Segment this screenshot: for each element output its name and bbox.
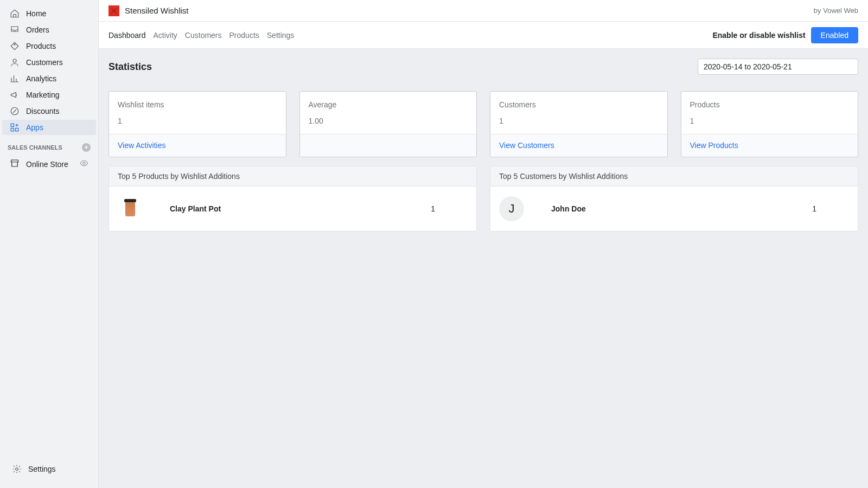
sidebar-item-home[interactable]: Home — [2, 6, 96, 21]
panel-header: Top 5 Customers by Wishlist Additions — [490, 166, 858, 187]
enabled-button[interactable]: Enabled — [811, 27, 858, 43]
sidebar-item-customers[interactable]: Customers — [2, 55, 96, 70]
home-icon — [10, 9, 20, 18]
svg-rect-5 — [11, 129, 14, 131]
sales-channels-label: SALES CHANNELS — [8, 144, 62, 151]
sidebar-item-label: Marketing — [26, 91, 59, 99]
avatar: J — [499, 196, 524, 221]
discount-icon — [10, 106, 20, 116]
app-header: Stensiled Wishlist by Vowel Web — [99, 0, 868, 22]
view-customers-link[interactable]: View Customers — [499, 141, 554, 150]
customer-name: John Doe — [551, 204, 812, 213]
card-label: Average — [309, 100, 468, 109]
sales-channels-header: SALES CHANNELS + — [0, 136, 98, 155]
product-count: 1 — [431, 204, 468, 213]
card-value: 1.00 — [309, 117, 468, 125]
customer-count: 1 — [812, 204, 849, 213]
apps-icon — [10, 123, 20, 132]
channel-label: Online Store — [26, 160, 68, 169]
table-row[interactable]: J John Doe 1 — [490, 187, 858, 231]
panel-top-customers: Top 5 Customers by Wishlist Additions J … — [490, 166, 858, 232]
tabbar: Dashboard Activity Customers Products Se… — [99, 22, 868, 49]
sidebar-item-label: Settings — [28, 465, 56, 473]
card-average: Average 1.00 — [299, 91, 477, 157]
add-channel-icon[interactable]: + — [82, 143, 91, 152]
svg-rect-4 — [16, 129, 18, 131]
tab-settings[interactable]: Settings — [267, 23, 295, 47]
sidebar-item-label: Analytics — [26, 74, 56, 83]
card-label: Customers — [499, 100, 659, 109]
gear-icon — [12, 464, 22, 474]
megaphone-icon — [10, 90, 20, 100]
inbox-icon — [10, 25, 20, 35]
tab-activity[interactable]: Activity — [154, 23, 177, 47]
card-customers: Customers 1 View Customers — [490, 91, 668, 157]
svg-point-6 — [83, 162, 85, 164]
svg-rect-3 — [11, 124, 14, 126]
tab-products[interactable]: Products — [229, 23, 259, 47]
card-label: Wishlist items — [118, 100, 277, 109]
card-value: 1 — [118, 117, 277, 125]
svg-point-7 — [16, 468, 18, 471]
analytics-icon — [10, 74, 20, 84]
sidebar-item-label: Orders — [26, 25, 49, 34]
card-label: Products — [690, 100, 850, 109]
product-thumbnail — [118, 196, 143, 221]
tab-dashboard[interactable]: Dashboard — [108, 23, 146, 47]
view-products-link[interactable]: View Products — [690, 141, 738, 150]
sidebar-item-label: Apps — [26, 123, 43, 132]
sidebar-item-label: Products — [26, 42, 56, 50]
sidebar-item-apps[interactable]: Apps — [2, 120, 96, 135]
sidebar-item-products[interactable]: Products — [2, 38, 96, 54]
tag-icon — [10, 41, 20, 51]
card-value: 1 — [690, 117, 850, 125]
date-range-input[interactable] — [698, 59, 858, 75]
app-logo-icon — [108, 5, 119, 16]
svg-point-1 — [13, 59, 16, 62]
sidebar-item-analytics[interactable]: Analytics — [2, 71, 96, 86]
sidebar-item-label: Discounts — [26, 107, 59, 115]
tab-customers[interactable]: Customers — [185, 23, 222, 47]
sidebar-item-settings[interactable]: Settings — [4, 461, 94, 477]
panel-header: Top 5 Products by Wishlist Additions — [109, 166, 476, 187]
app-title: Stensiled Wishlist — [125, 6, 189, 15]
sidebar-channel-online-store[interactable]: Online Store — [2, 156, 96, 172]
svg-point-0 — [14, 44, 15, 45]
eye-icon[interactable] — [80, 159, 88, 169]
sidebar: Home Orders Products Customers Analytics… — [0, 0, 99, 488]
view-activities-link[interactable]: View Activities — [118, 141, 165, 150]
card-wishlist-items: Wishlist items 1 View Activities — [108, 91, 286, 157]
sidebar-item-discounts[interactable]: Discounts — [2, 104, 96, 119]
table-row[interactable]: Clay Plant Pot 1 — [109, 187, 476, 231]
sidebar-item-orders[interactable]: Orders — [2, 22, 96, 37]
wishlist-toggle-label: Enable or disable wishlist — [712, 31, 805, 40]
sidebar-item-label: Customers — [26, 58, 63, 67]
main-area: Stensiled Wishlist by Vowel Web Dashboar… — [99, 0, 868, 488]
user-icon — [10, 57, 20, 67]
sidebar-item-marketing[interactable]: Marketing — [2, 87, 96, 102]
sidebar-item-label: Home — [26, 9, 46, 18]
product-name: Clay Plant Pot — [170, 204, 431, 213]
page-title: Statistics — [108, 61, 152, 73]
app-by-label: by Vowel Web — [814, 7, 858, 15]
store-icon — [10, 158, 20, 170]
panel-top-products: Top 5 Products by Wishlist Additions Cla… — [108, 166, 477, 232]
card-value: 1 — [499, 117, 659, 125]
card-products: Products 1 View Products — [681, 91, 859, 157]
